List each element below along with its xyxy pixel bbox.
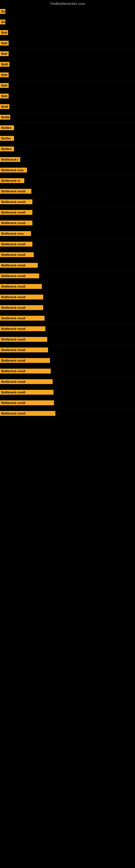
bar-label: Bottleneck result [0, 400, 54, 405]
bar-row: Bo [0, 7, 135, 18]
bars-container: BoBoBottBottBottBottlBottBottBottBottlBo… [0, 7, 135, 420]
bar-label: Bottleneck result [0, 337, 47, 342]
bar-label: Bott [0, 72, 9, 77]
bar-label: Bottl [0, 104, 9, 109]
bar-row: Bottlen [0, 123, 135, 134]
bar-label: Bottleneck result [0, 411, 55, 416]
bar-label: Bottl [0, 62, 9, 67]
bar-label: Bottleneck result [0, 369, 51, 373]
bar-row: Bott [0, 38, 135, 49]
bar-row: Bottleneck resu [0, 165, 135, 176]
bar-row: Bottleneck result [0, 377, 135, 388]
bar-label: Bottler [0, 136, 14, 141]
bar-label: Bottleneck result [0, 273, 39, 278]
bar-label: Bott [0, 83, 9, 88]
bar-label: Bottleneck result [0, 326, 45, 331]
bar-row: Bottl [0, 102, 135, 113]
bar-label: Bottleneck result [0, 242, 32, 247]
bar-row: Bottleneck result [0, 261, 135, 271]
bar-row: Bottleneck resu [0, 229, 135, 240]
bar-label: Bo [0, 20, 5, 24]
bar-row: Bottleneck r [0, 155, 135, 165]
bar-row: Bottleneck result [0, 187, 135, 197]
bar-row: Bottleneck result [0, 197, 135, 208]
bar-label: Bottleneck result [0, 210, 32, 215]
bar-row: Bottleneck result [0, 356, 135, 367]
bar-label: Bottleneck result [0, 252, 34, 257]
bar-row: Bottler [0, 134, 135, 144]
bar-label: Bottlen [0, 125, 14, 130]
bar-row: Bott [0, 28, 135, 38]
bar-label: Bottleneck re [0, 178, 24, 183]
bar-row: Bottleneck result [0, 335, 135, 345]
bar-row: Bottleneck result [0, 388, 135, 398]
bar-row: Bottleneck result [0, 324, 135, 335]
bar-label: Bottleneck result [0, 358, 50, 363]
bar-row: Bottleneck result [0, 208, 135, 218]
bar-row: Bottleneck result [0, 218, 135, 229]
bar-label: Bottleneck result [0, 263, 38, 268]
bar-row: Bo [0, 18, 135, 28]
bar-row: Bott [0, 49, 135, 60]
bar-row: Bottleneck result [0, 345, 135, 356]
bar-row: Bott [0, 81, 135, 91]
bar-label: Bottleneck r [0, 157, 20, 162]
bar-row: Bott [0, 91, 135, 102]
bar-label: Bottleneck result [0, 199, 32, 204]
bar-row: Bottleneck result [0, 240, 135, 250]
bar-row: Bottleneck result [0, 409, 135, 420]
bar-row: Bottleneck result [0, 250, 135, 261]
bar-label: Bottleneck result [0, 294, 43, 300]
bar-row: Bottleneck result [0, 292, 135, 303]
bar-row: Bottleneck result [0, 303, 135, 314]
bar-row: Bottle [0, 113, 135, 123]
bar-label: Bott [0, 94, 9, 98]
bar-row: Bottleneck result [0, 398, 135, 409]
bar-label: Bottleneck result [0, 305, 43, 310]
bar-row: Bottleneck result [0, 314, 135, 324]
bar-label: Bottleneck result [0, 316, 45, 321]
bar-label: Bott [0, 51, 9, 56]
bar-label: Bottleneck result [0, 347, 48, 352]
bar-label: Bottleneck result [0, 220, 32, 225]
bar-row: Bottleneck re [0, 176, 135, 187]
bar-label: Bott [0, 30, 8, 35]
bar-label: Bott [0, 41, 9, 45]
bar-label: Bo [0, 9, 5, 14]
bar-label: Bottleneck result [0, 189, 31, 194]
bar-label: Bottlen [0, 147, 14, 151]
bar-row: Bottl [0, 60, 135, 70]
site-title: TheBottlenecker.com [0, 0, 135, 7]
bar-row: Bottlen [0, 144, 135, 155]
bar-row: Bottleneck result [0, 282, 135, 292]
bar-row: Bott [0, 70, 135, 81]
bar-label: Bottleneck resu [0, 231, 31, 236]
bar-label: Bottleneck result [0, 379, 53, 384]
bar-row: Bottleneck result [0, 367, 135, 377]
bar-label: Bottleneck result [0, 390, 53, 395]
bar-label: Bottleneck resu [0, 167, 27, 173]
bar-row: Bottleneck result [0, 271, 135, 282]
bar-label: Bottle [0, 115, 10, 120]
bar-label: Bottleneck result [0, 284, 42, 289]
